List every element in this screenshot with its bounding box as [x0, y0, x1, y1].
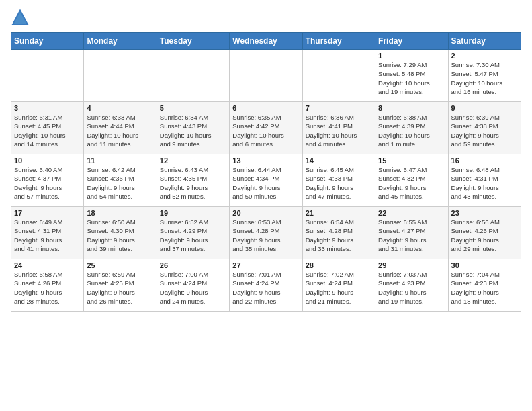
- week-row-3: 17Sunrise: 6:49 AM Sunset: 4:31 PM Dayli…: [11, 207, 521, 259]
- day-info: Sunrise: 6:53 AM Sunset: 4:28 PM Dayligh…: [232, 218, 299, 253]
- day-number: 1: [378, 52, 445, 60]
- day-number: 21: [306, 209, 372, 217]
- header-cell-monday: Monday: [84, 33, 157, 50]
- day-info: Sunrise: 7:02 AM Sunset: 4:24 PM Dayligh…: [306, 270, 372, 306]
- day-cell: 13Sunrise: 6:44 AM Sunset: 4:34 PM Dayli…: [230, 154, 302, 207]
- day-number: 12: [160, 156, 226, 165]
- day-number: 16: [451, 156, 518, 165]
- day-number: 10: [14, 156, 81, 165]
- day-number: 13: [232, 156, 299, 165]
- day-cell: 26Sunrise: 7:00 AM Sunset: 4:24 PM Dayli…: [157, 259, 229, 312]
- day-cell: [157, 50, 229, 102]
- day-cell: 12Sunrise: 6:43 AM Sunset: 4:35 PM Dayli…: [157, 154, 229, 207]
- day-number: 2: [451, 52, 518, 60]
- day-info: Sunrise: 6:35 AM Sunset: 4:42 PM Dayligh…: [232, 113, 299, 148]
- day-cell: 2Sunrise: 7:30 AM Sunset: 5:47 PM Daylig…: [448, 50, 521, 102]
- day-info: Sunrise: 6:42 AM Sunset: 4:36 PM Dayligh…: [87, 165, 153, 201]
- day-number: 26: [160, 261, 226, 269]
- header-cell-tuesday: Tuesday: [157, 33, 229, 50]
- day-info: Sunrise: 7:04 AM Sunset: 4:23 PM Dayligh…: [451, 270, 518, 306]
- day-number: 14: [306, 156, 372, 165]
- day-cell: 23Sunrise: 6:56 AM Sunset: 4:26 PM Dayli…: [448, 207, 521, 259]
- day-info: Sunrise: 6:40 AM Sunset: 4:37 PM Dayligh…: [14, 165, 81, 201]
- day-cell: 20Sunrise: 6:53 AM Sunset: 4:28 PM Dayli…: [230, 207, 302, 259]
- page: SundayMondayTuesdayWednesdayThursdayFrid…: [0, 0, 532, 320]
- week-row-4: 24Sunrise: 6:58 AM Sunset: 4:26 PM Dayli…: [11, 259, 521, 312]
- header-cell-friday: Friday: [375, 33, 448, 50]
- header-cell-sunday: Sunday: [11, 33, 84, 50]
- day-cell: 19Sunrise: 6:52 AM Sunset: 4:29 PM Dayli…: [157, 207, 229, 259]
- day-info: Sunrise: 6:50 AM Sunset: 4:30 PM Dayligh…: [87, 218, 153, 253]
- day-info: Sunrise: 6:34 AM Sunset: 4:43 PM Dayligh…: [160, 113, 226, 148]
- day-info: Sunrise: 6:58 AM Sunset: 4:26 PM Dayligh…: [14, 270, 81, 306]
- day-info: Sunrise: 6:31 AM Sunset: 4:45 PM Dayligh…: [14, 113, 81, 148]
- day-number: 19: [160, 209, 226, 217]
- day-cell: 22Sunrise: 6:55 AM Sunset: 4:27 PM Dayli…: [375, 207, 448, 259]
- day-number: 27: [232, 261, 299, 269]
- day-number: 6: [232, 104, 299, 112]
- day-info: Sunrise: 6:43 AM Sunset: 4:35 PM Dayligh…: [160, 165, 226, 201]
- day-cell: [11, 50, 84, 102]
- day-number: 9: [451, 104, 518, 112]
- day-cell: 11Sunrise: 6:42 AM Sunset: 4:36 PM Dayli…: [84, 154, 157, 207]
- day-number: 11: [87, 156, 153, 165]
- day-number: 24: [14, 261, 81, 269]
- day-cell: 3Sunrise: 6:31 AM Sunset: 4:45 PM Daylig…: [11, 102, 84, 154]
- day-number: 5: [160, 104, 226, 112]
- day-info: Sunrise: 6:44 AM Sunset: 4:34 PM Dayligh…: [232, 165, 299, 201]
- day-info: Sunrise: 6:54 AM Sunset: 4:28 PM Dayligh…: [306, 218, 372, 253]
- day-cell: 17Sunrise: 6:49 AM Sunset: 4:31 PM Dayli…: [11, 207, 84, 259]
- day-cell: 27Sunrise: 7:01 AM Sunset: 4:24 PM Dayli…: [230, 259, 302, 312]
- day-cell: [230, 50, 302, 102]
- day-cell: 21Sunrise: 6:54 AM Sunset: 4:28 PM Dayli…: [302, 207, 375, 259]
- day-number: 4: [87, 104, 153, 112]
- day-info: Sunrise: 6:39 AM Sunset: 4:38 PM Dayligh…: [451, 113, 518, 148]
- day-info: Sunrise: 7:00 AM Sunset: 4:24 PM Dayligh…: [160, 270, 226, 306]
- day-cell: [84, 50, 157, 102]
- logo-icon: [11, 8, 30, 27]
- day-cell: 8Sunrise: 6:38 AM Sunset: 4:39 PM Daylig…: [375, 102, 448, 154]
- day-number: 8: [378, 104, 445, 112]
- day-cell: 25Sunrise: 6:59 AM Sunset: 4:25 PM Dayli…: [84, 259, 157, 312]
- day-number: 18: [87, 209, 153, 217]
- week-row-2: 10Sunrise: 6:40 AM Sunset: 4:37 PM Dayli…: [11, 154, 521, 207]
- header-cell-saturday: Saturday: [448, 33, 521, 50]
- day-info: Sunrise: 7:30 AM Sunset: 5:47 PM Dayligh…: [451, 60, 518, 96]
- day-cell: 7Sunrise: 6:36 AM Sunset: 4:41 PM Daylig…: [302, 102, 375, 154]
- day-cell: 5Sunrise: 6:34 AM Sunset: 4:43 PM Daylig…: [157, 102, 229, 154]
- day-cell: 18Sunrise: 6:50 AM Sunset: 4:30 PM Dayli…: [84, 207, 157, 259]
- week-row-0: 1Sunrise: 7:29 AM Sunset: 5:48 PM Daylig…: [11, 50, 521, 102]
- day-info: Sunrise: 6:56 AM Sunset: 4:26 PM Dayligh…: [451, 218, 518, 253]
- day-info: Sunrise: 6:47 AM Sunset: 4:32 PM Dayligh…: [378, 165, 445, 201]
- day-number: 25: [87, 261, 153, 269]
- day-cell: 30Sunrise: 7:04 AM Sunset: 4:23 PM Dayli…: [448, 259, 521, 312]
- header: [11, 8, 521, 27]
- day-number: 23: [451, 209, 518, 217]
- day-cell: 15Sunrise: 6:47 AM Sunset: 4:32 PM Dayli…: [375, 154, 448, 207]
- day-number: 20: [232, 209, 299, 217]
- day-cell: 1Sunrise: 7:29 AM Sunset: 5:48 PM Daylig…: [375, 50, 448, 102]
- day-cell: 16Sunrise: 6:48 AM Sunset: 4:31 PM Dayli…: [448, 154, 521, 207]
- week-row-1: 3Sunrise: 6:31 AM Sunset: 4:45 PM Daylig…: [11, 102, 521, 154]
- day-info: Sunrise: 6:33 AM Sunset: 4:44 PM Dayligh…: [87, 113, 153, 148]
- calendar-header: SundayMondayTuesdayWednesdayThursdayFrid…: [11, 33, 521, 50]
- day-cell: 29Sunrise: 7:03 AM Sunset: 4:23 PM Dayli…: [375, 259, 448, 312]
- day-number: 29: [378, 261, 445, 269]
- day-number: 3: [14, 104, 81, 112]
- day-cell: 28Sunrise: 7:02 AM Sunset: 4:24 PM Dayli…: [302, 259, 375, 312]
- header-row: SundayMondayTuesdayWednesdayThursdayFrid…: [11, 33, 521, 50]
- day-number: 7: [306, 104, 372, 112]
- day-number: 15: [378, 156, 445, 165]
- calendar-body: 1Sunrise: 7:29 AM Sunset: 5:48 PM Daylig…: [11, 50, 521, 312]
- day-cell: 4Sunrise: 6:33 AM Sunset: 4:44 PM Daylig…: [84, 102, 157, 154]
- day-info: Sunrise: 6:55 AM Sunset: 4:27 PM Dayligh…: [378, 218, 445, 253]
- day-cell: 6Sunrise: 6:35 AM Sunset: 4:42 PM Daylig…: [230, 102, 302, 154]
- day-cell: 10Sunrise: 6:40 AM Sunset: 4:37 PM Dayli…: [11, 154, 84, 207]
- day-info: Sunrise: 7:01 AM Sunset: 4:24 PM Dayligh…: [232, 270, 299, 306]
- calendar-table: SundayMondayTuesdayWednesdayThursdayFrid…: [11, 32, 521, 312]
- day-cell: 24Sunrise: 6:58 AM Sunset: 4:26 PM Dayli…: [11, 259, 84, 312]
- day-number: 22: [378, 209, 445, 217]
- day-info: Sunrise: 6:38 AM Sunset: 4:39 PM Dayligh…: [378, 113, 445, 148]
- day-cell: 9Sunrise: 6:39 AM Sunset: 4:38 PM Daylig…: [448, 102, 521, 154]
- logo: [11, 8, 32, 27]
